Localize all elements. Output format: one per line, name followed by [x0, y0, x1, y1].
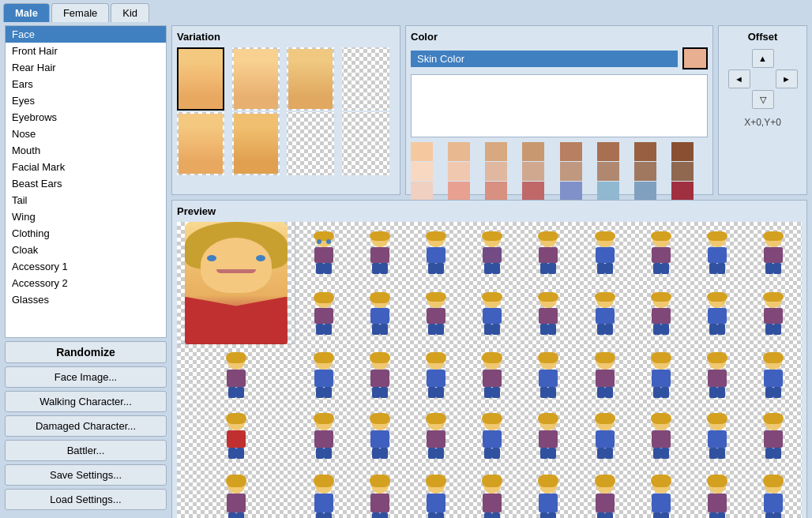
swatch-23[interactable] [634, 182, 656, 201]
category-tail[interactable]: Tail [6, 192, 166, 208]
sprite-r2c9 [690, 283, 746, 345]
swatch-17[interactable] [411, 182, 433, 201]
svg-rect-130 [492, 387, 500, 398]
variation-cell-2[interactable] [232, 47, 280, 111]
category-eyebrows[interactable]: Eyebrows [6, 109, 166, 126]
swatch-2[interactable] [448, 142, 470, 161]
svg-rect-44 [708, 247, 727, 263]
variation-cell-6[interactable] [232, 112, 280, 175]
swatch-21[interactable] [560, 182, 582, 201]
svg-rect-261 [709, 512, 717, 518]
tab-male[interactable]: Male [3, 3, 50, 22]
tab-female[interactable]: Female [51, 3, 109, 22]
category-rear-hair[interactable]: Rear Hair [6, 59, 166, 76]
swatch-7[interactable] [634, 142, 656, 161]
sprite-r5c9 [690, 467, 746, 518]
sprite-r4c9 [690, 406, 746, 467]
category-accessory1[interactable]: Accessory 1 [6, 258, 166, 275]
swatch-15[interactable] [634, 162, 656, 181]
swatch-22[interactable] [597, 182, 619, 201]
category-ears[interactable]: Ears [6, 76, 166, 92]
category-nose[interactable]: Nose [6, 126, 166, 142]
color-swatch-preview[interactable] [682, 47, 708, 69]
svg-rect-43 [707, 231, 727, 241]
svg-rect-57 [316, 324, 324, 335]
swatch-24[interactable] [671, 182, 694, 201]
svg-rect-119 [380, 387, 388, 398]
portrait-eye-right [256, 255, 265, 261]
swatch-5[interactable] [560, 142, 582, 161]
sprite-r3c4 [408, 344, 464, 406]
variation-cell-3[interactable] [287, 47, 334, 111]
category-front-hair[interactable]: Front Hair [6, 43, 166, 59]
save-settings-button[interactable]: Save Settings... [5, 464, 167, 486]
swatch-18[interactable] [448, 182, 470, 201]
color-palette [411, 142, 708, 201]
load-settings-button[interactable]: Load Settings... [5, 489, 167, 510]
category-accessory2[interactable]: Accessory 2 [6, 275, 166, 291]
arrow-down-button[interactable]: ▽ [752, 90, 774, 109]
swatch-13[interactable] [560, 162, 582, 181]
swatch-1[interactable] [411, 142, 433, 161]
svg-rect-216 [227, 494, 246, 512]
svg-rect-250 [597, 512, 605, 518]
svg-rect-132 [538, 352, 558, 363]
category-eyes[interactable]: Eyes [6, 92, 166, 109]
walking-character-button[interactable]: Walking Character... [5, 391, 167, 412]
category-face[interactable]: Face [6, 26, 166, 43]
swatch-10[interactable] [448, 162, 470, 181]
svg-rect-45 [709, 263, 717, 274]
swatch-8[interactable] [671, 142, 694, 161]
svg-rect-208 [763, 413, 784, 424]
sprite-r3c8 [633, 344, 689, 406]
sprite-r1c5 [464, 222, 521, 283]
svg-rect-232 [427, 494, 445, 512]
swatch-16[interactable] [671, 162, 694, 181]
svg-rect-104 [226, 352, 246, 363]
swatch-14[interactable] [597, 162, 619, 181]
swatch-4[interactable] [522, 142, 544, 161]
category-facial-mark[interactable]: Facial Mark [6, 159, 166, 175]
swatch-12[interactable] [522, 162, 544, 181]
swatch-9[interactable] [411, 162, 433, 181]
category-cloak[interactable]: Cloak [6, 242, 166, 258]
arrow-right-button[interactable]: ► [776, 69, 798, 88]
variation-cell-5[interactable] [177, 112, 224, 175]
arrow-left-button[interactable]: ◄ [728, 69, 750, 88]
svg-rect-90 [653, 324, 661, 335]
swatch-11[interactable] [485, 162, 507, 181]
svg-rect-238 [483, 494, 502, 512]
swatch-3[interactable] [485, 142, 507, 161]
category-glasses[interactable]: Glasses [6, 291, 166, 308]
sprite-r5c3 [351, 467, 408, 518]
battler-button[interactable]: Battler... [5, 440, 167, 461]
category-mouth[interactable]: Mouth [6, 142, 166, 159]
swatch-6[interactable] [597, 142, 619, 161]
tab-kid[interactable]: Kid [111, 3, 149, 22]
svg-rect-96 [717, 324, 725, 335]
svg-rect-228 [372, 512, 380, 518]
damaged-character-button[interactable]: Damaged Character... [5, 415, 167, 437]
variation-cell-7[interactable] [287, 112, 334, 175]
svg-rect-234 [436, 512, 444, 518]
svg-rect-30 [548, 263, 556, 274]
sprite-r5c7 [577, 467, 633, 518]
svg-rect-13 [380, 263, 388, 274]
swatch-19[interactable] [485, 182, 507, 201]
face-image-button[interactable]: Face Image... [5, 366, 167, 388]
randomize-button[interactable]: Randomize [5, 341, 167, 363]
swatch-20[interactable] [522, 182, 544, 201]
variation-cell-4[interactable] [342, 47, 389, 111]
svg-rect-183 [484, 448, 492, 459]
variation-cell-8[interactable] [342, 112, 389, 175]
svg-rect-58 [324, 324, 332, 335]
category-beast-ears[interactable]: Beast Ears [6, 175, 166, 192]
svg-rect-126 [482, 352, 502, 363]
svg-rect-12 [372, 263, 380, 274]
category-wing[interactable]: Wing [6, 208, 166, 225]
svg-rect-100 [764, 308, 783, 324]
category-clothing[interactable]: Clothing [6, 225, 166, 242]
variation-cell-1[interactable] [177, 47, 224, 111]
svg-rect-166 [314, 430, 333, 448]
arrow-up-button[interactable]: ▲ [752, 49, 774, 68]
